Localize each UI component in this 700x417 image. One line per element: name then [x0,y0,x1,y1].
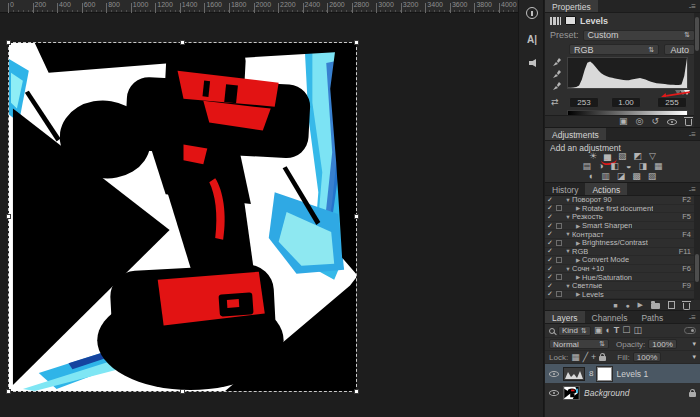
character-panel-icon[interactable]: A| [525,32,539,46]
action-check-icon[interactable]: ✓ [547,290,556,298]
highlight-input[interactable]: 255 [657,97,687,108]
dialog-toggle-icon[interactable] [556,274,562,280]
action-check-icon[interactable]: ✓ [547,204,556,212]
transform-handle[interactable] [180,389,185,394]
dialog-toggle-icon[interactable] [556,257,562,263]
action-check-icon[interactable]: ✓ [547,256,556,264]
play-icon[interactable]: ▶ [638,301,643,309]
gray-point-eyedropper-icon[interactable] [552,69,562,79]
disclosure-icon[interactable]: ▶ [574,257,582,263]
layer-row-levels-1[interactable]: 8 Levels 1 [545,364,700,383]
panel-menu-icon[interactable]: -≡ [685,0,700,12]
delete-adjustment-icon[interactable] [685,119,692,126]
dialog-toggle-icon[interactable] [556,197,562,203]
lock-transparency-icon[interactable]: ▦ [571,353,580,362]
fill-arrow-icon[interactable]: ▾ [692,353,696,361]
disclosure-icon[interactable]: ▼ [564,248,572,254]
tab-history[interactable]: History [545,183,585,195]
action-check-icon[interactable]: ✓ [547,247,556,255]
invert-icon[interactable]: ◐ [589,172,594,181]
dialog-toggle-icon[interactable] [556,266,562,272]
layer-name[interactable]: Background [584,388,629,398]
lock-all-icon[interactable] [599,356,606,361]
filter-type-layers-icon[interactable]: T [614,326,620,335]
lock-position-icon[interactable]: + [591,353,596,362]
black-point-eyedropper-icon[interactable] [552,57,562,67]
previous-state-icon[interactable]: ◎ [636,117,644,126]
action-check-icon[interactable]: ✓ [547,282,556,290]
dialog-toggle-icon[interactable] [556,240,562,246]
new-set-folder-icon[interactable] [651,303,660,309]
layer-name[interactable]: Levels 1 [616,369,648,379]
reset-icon[interactable]: ↺ [651,117,659,126]
action-row[interactable]: ✓▼СветлыеF9 [545,282,694,291]
fill-value[interactable]: 100% [633,352,661,362]
levels-histogram[interactable] [567,57,688,89]
layer-visibility-icon[interactable] [549,371,559,377]
document-image[interactable] [8,42,357,392]
dialog-toggle-icon[interactable] [556,283,562,289]
curves-icon[interactable]: ▧ [618,152,627,161]
posterize-icon[interactable]: ▥ [601,172,610,181]
disclosure-icon[interactable]: ▼ [564,197,572,203]
dialog-toggle-icon[interactable] [556,231,562,237]
action-row[interactable]: ✓▶Rotate first document [545,205,694,214]
action-check-icon[interactable]: ✓ [547,222,556,230]
scrollbar[interactable] [694,196,700,300]
notes-icon[interactable] [525,56,539,70]
blend-mode-dropdown[interactable]: Normal⇅ [549,339,609,349]
opacity-arrow-icon[interactable]: ▾ [692,340,696,348]
panel-menu-icon[interactable]: -≡ [685,128,700,140]
record-icon[interactable]: ● [625,302,629,309]
layer-visibility-icon[interactable] [549,390,559,396]
action-check-icon[interactable]: ✓ [547,265,556,273]
dialog-toggle-icon[interactable] [556,248,562,254]
action-check-icon[interactable]: ✓ [547,230,556,238]
layer-mask-thumbnail[interactable] [597,367,612,381]
filter-kind-dropdown[interactable]: Kind⇅ [558,326,591,336]
disclosure-icon[interactable]: ▼ [564,214,572,220]
scrollbar[interactable] [694,13,700,128]
disclosure-icon[interactable]: ▼ [564,266,572,272]
dialog-toggle-icon[interactable] [556,223,562,229]
vibrance-icon[interactable]: ▽ [649,152,656,161]
black-white-icon[interactable]: ◧ [610,162,619,171]
action-check-icon[interactable]: ✓ [547,273,556,281]
levels-icon[interactable]: ▅ [604,152,611,161]
disclosure-icon[interactable]: ▶ [574,223,582,229]
panel-menu-icon[interactable]: -≡ [685,183,700,195]
tab-layers[interactable]: Layers [545,311,585,323]
brightness-contrast-icon[interactable]: ☀ [589,152,597,161]
panel-menu-icon[interactable]: -≡ [685,311,700,323]
clip-to-layer-icon[interactable]: ▣ [619,117,628,126]
tab-properties[interactable]: Properties [545,0,598,12]
info-icon[interactable] [525,6,539,20]
tab-adjustments[interactable]: Adjustments [545,128,606,140]
visibility-eye-icon[interactable] [667,119,677,125]
action-row[interactable]: ✓▶Smart Sharpen [545,222,694,231]
new-action-icon[interactable] [668,301,675,309]
dialog-toggle-icon[interactable] [556,214,562,220]
selective-color-icon[interactable]: ▨ [648,172,657,181]
lock-paint-icon[interactable]: ╱ [583,353,588,362]
transform-handle[interactable] [354,214,359,219]
disclosure-icon[interactable]: ▶ [574,240,582,246]
filter-shape-layers-icon[interactable]: ☐ [622,326,630,335]
transform-handle[interactable] [180,40,185,45]
action-row[interactable]: ✓▶Hue/Saturation [545,273,694,282]
dialog-toggle-icon[interactable] [556,291,562,297]
disclosure-icon[interactable]: ▶ [574,291,582,297]
horizontal-ruler[interactable]: 0200400600800100012001400160018002000220… [0,0,518,13]
action-check-icon[interactable]: ✓ [547,213,556,221]
filter-adjustment-layers-icon[interactable]: ◐ [605,326,610,335]
delete-action-icon[interactable] [683,303,690,310]
targeted-adjustment-icon[interactable]: ⇄ [551,98,559,107]
exposure-icon[interactable]: ◩ [634,152,643,161]
disclosure-icon[interactable]: ▶ [574,274,582,280]
disclosure-icon[interactable]: ▼ [564,283,572,289]
action-row[interactable]: ✓▶Brightness/Contrast [545,239,694,248]
color-lookup-icon[interactable]: ▦ [654,162,663,171]
preset-dropdown[interactable]: Custom⇅ [583,30,695,41]
layer-row-background[interactable]: Background [545,383,700,402]
tab-channels[interactable]: Channels [585,311,635,323]
